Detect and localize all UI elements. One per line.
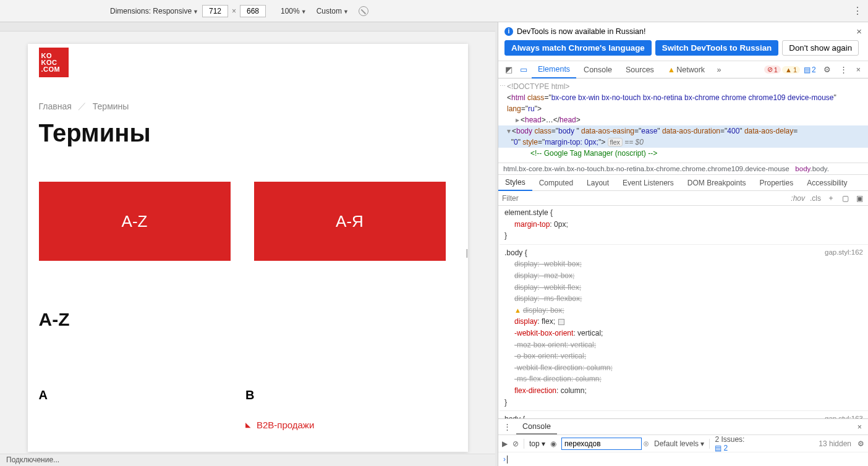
dom-doctype: <!DOCTYPE html> (507, 81, 863, 92)
throttle-select[interactable]: Custom▼ (317, 7, 349, 15)
status-bar: Подключение... (0, 454, 495, 466)
tab-console[interactable]: Console (577, 61, 618, 78)
subtab-accessibility[interactable]: Accessibility (800, 175, 854, 190)
sidebar-toggle-icon[interactable]: ▣ (855, 194, 864, 203)
clear-filter-icon[interactable]: ⊗ (643, 439, 649, 448)
cls-toggle[interactable]: .cls (810, 194, 821, 203)
issues-badge[interactable]: ▤2 (801, 66, 819, 74)
tile-cyrillic[interactable]: А-Я (254, 182, 446, 261)
section-heading-az: A-Z (39, 309, 457, 330)
viewport-area: KO KOC .COM Главная ／ Термины Термины A-… (0, 22, 495, 466)
devtools-close-icon[interactable]: × (853, 66, 864, 74)
styles-filter-bar: :hov .cls ＋ ▢ ▣ (498, 191, 868, 206)
viewport-height-input[interactable] (240, 5, 266, 17)
console-settings-icon[interactable]: ⚙ (857, 439, 864, 448)
styles-subtabs: Styles Computed Layout Event Listeners D… (498, 175, 868, 191)
subtab-layout[interactable]: Layout (580, 175, 616, 190)
devtools-tabstrip: ◩ ▭ Elements Console Sources ▲Network » … (498, 61, 868, 78)
dom-breadcrumbs[interactable]: html.bx-core.bx-win.bx-no-touch.bx-no-re… (498, 163, 868, 175)
devtools-menu-icon[interactable]: ⋮ (836, 65, 851, 74)
log-levels-select[interactable]: Default levels ▾ (654, 439, 704, 448)
context-select[interactable]: top ▾ (529, 439, 545, 448)
flex-badge-icon[interactable] (558, 319, 564, 325)
new-style-icon[interactable]: ＋ (826, 193, 836, 203)
resize-handle-icon[interactable]: || (466, 248, 466, 258)
hov-toggle[interactable]: :hov (791, 194, 805, 203)
live-expr-icon[interactable]: ◉ (550, 439, 556, 448)
subtab-computed[interactable]: Computed (532, 175, 580, 190)
subtab-event-listeners[interactable]: Event Listeners (616, 175, 681, 190)
breadcrumb: Главная ／ Термины (39, 101, 457, 112)
breadcrumb-home[interactable]: Главная (39, 101, 72, 111)
bullet-icon: ◣ (245, 421, 250, 429)
rotate-icon[interactable] (359, 6, 368, 16)
console-drawer-tab[interactable]: Console (516, 419, 557, 434)
console-input-area[interactable]: › (498, 452, 868, 466)
letter-heading-a: A (39, 388, 48, 402)
tile-az[interactable]: A-Z (39, 182, 231, 261)
error-badge[interactable]: ⊘1 (764, 66, 781, 74)
viewport-width-input[interactable] (202, 5, 228, 17)
subtab-styles[interactable]: Styles (498, 175, 532, 191)
dom-comment: <!-- Google Tag Manager (noscript) --> (507, 148, 863, 159)
warning-badge[interactable]: ▲1 (782, 66, 800, 74)
devtools-panel: i DevTools is now available in Russian! … (498, 22, 868, 466)
dom-head[interactable]: ▸<head>…</head> (507, 114, 863, 125)
devtools-locale-banner: i DevTools is now available in Russian! … (498, 22, 868, 38)
always-match-button[interactable]: Always match Chrome's language (504, 40, 652, 56)
page-frame: KO KOC .COM Главная ／ Термины Термины A-… (28, 44, 468, 452)
inspect-icon[interactable]: ◩ (502, 65, 516, 74)
settings-icon[interactable]: ⚙ (820, 65, 835, 74)
breadcrumb-current: Термины (93, 101, 129, 111)
letter-heading-b: B (245, 388, 314, 402)
device-mode-icon[interactable]: ▭ (517, 65, 530, 74)
computed-toggle-icon[interactable]: ▢ (841, 194, 850, 203)
dont-show-button[interactable]: Don't show again (782, 40, 859, 56)
console-filter-input[interactable] (561, 438, 642, 450)
clear-console-icon[interactable]: ⊘ (513, 439, 519, 448)
banner-text: DevTools is now available in Russian! (517, 27, 645, 36)
page-title: Термины (39, 119, 457, 147)
styles-pane[interactable]: element.style { margin-top: 0px; } gap.s… (498, 206, 868, 418)
console-menu-icon[interactable]: ⋮ (498, 422, 516, 431)
banner-close-icon[interactable]: × (856, 26, 862, 36)
subtab-dom-breakpoints[interactable]: DOM Breakpoints (681, 175, 753, 190)
dom-tree[interactable]: ⋯ <!DOCTYPE html> <html class="bx-core b… (498, 78, 868, 163)
console-drawer: ⋮ Console × ▶ ⊘ top ▾ ◉ ⊗ Default levels… (498, 418, 868, 466)
dom-html[interactable]: <html class="bx-core bx-win bx-no-touch … (507, 92, 863, 114)
info-icon: i (504, 27, 513, 36)
console-close-icon[interactable]: × (851, 423, 868, 431)
ruler (0, 22, 495, 32)
term-link-b2b[interactable]: ◣ B2B-продажи (245, 420, 314, 430)
dimension-separator: × (232, 7, 236, 15)
zoom-select[interactable]: 100%▼ (281, 7, 307, 15)
issues-count[interactable]: 2 Issues: ▤ 2 (715, 435, 744, 452)
tab-network[interactable]: ▲Network (662, 61, 711, 78)
breadcrumb-sep: ／ (78, 101, 87, 112)
console-prompt-icon: › (503, 455, 506, 464)
tab-elements[interactable]: Elements (532, 62, 576, 78)
subtab-properties[interactable]: Properties (753, 175, 801, 190)
site-logo[interactable]: KO KOC .COM (39, 48, 69, 77)
console-sidebar-icon[interactable]: ▶ (502, 439, 508, 448)
device-toolbar: Dimensions: Responsive▼ × 100%▼ Custom▼ … (0, 0, 868, 22)
device-menu-icon[interactable]: ⋮ (853, 5, 863, 17)
more-tabs-icon[interactable]: » (712, 66, 726, 74)
hidden-count[interactable]: 13 hidden (819, 439, 851, 448)
dom-body-selected[interactable]: ▾<body class="body " data-aos-easing="ea… (498, 125, 868, 148)
dimensions-label[interactable]: Dimensions: Responsive▼ (110, 7, 198, 15)
styles-filter-input[interactable] (502, 194, 786, 203)
warning-icon: ▲ (514, 307, 521, 314)
tab-sources[interactable]: Sources (619, 61, 660, 78)
switch-language-button[interactable]: Switch DevTools to Russian (655, 40, 779, 56)
